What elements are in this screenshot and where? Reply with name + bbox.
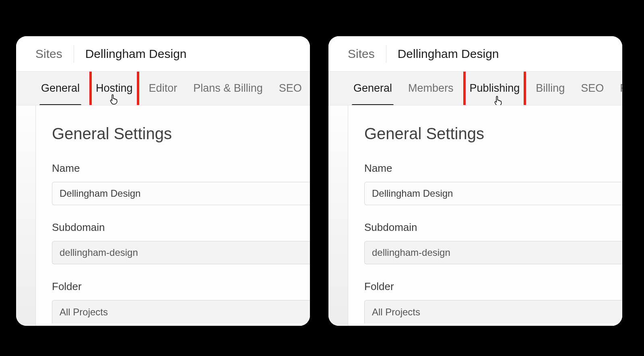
- settings-tabbar: General Members Publishing Billing SEO F…: [328, 72, 622, 105]
- tab-label: Editor: [149, 82, 178, 95]
- field-name: Name: [364, 162, 622, 205]
- tab-label: Fonts: [620, 82, 622, 95]
- breadcrumb-separator: [386, 45, 386, 63]
- settings-content: General Settings Name Subdomain Folder: [328, 105, 622, 326]
- field-label: Subdomain: [52, 221, 310, 234]
- tab-label: SEO: [581, 82, 604, 95]
- general-settings-card: General Settings Name Subdomain Folder: [348, 105, 622, 326]
- field-folder: Folder: [52, 280, 310, 323]
- tab-label: SEO: [279, 82, 302, 95]
- settings-tabbar: General Hosting Editor Plans & Billing S…: [16, 72, 310, 105]
- field-label: Name: [364, 162, 622, 175]
- tab-label: Billing: [536, 82, 565, 95]
- field-folder: Folder: [364, 280, 622, 323]
- tab-seo[interactable]: SEO: [278, 72, 303, 105]
- settings-panel-variant-a: Sites Dellingham Design General Hosting …: [16, 36, 310, 326]
- folder-input[interactable]: [52, 300, 310, 323]
- general-settings-card: General Settings Name Subdomain Folder: [35, 105, 310, 326]
- tab-label: Plans & Billing: [193, 82, 263, 95]
- breadcrumb-current: Dellingham Design: [398, 47, 499, 61]
- tab-editor[interactable]: Editor: [148, 72, 178, 105]
- field-label: Subdomain: [364, 221, 622, 234]
- tab-label: General: [41, 82, 80, 95]
- name-input[interactable]: [52, 182, 310, 205]
- breadcrumb-root[interactable]: Sites: [35, 47, 74, 61]
- breadcrumb-separator: [74, 45, 74, 63]
- breadcrumb: Sites Dellingham Design: [16, 36, 310, 72]
- tab-plans-billing[interactable]: Plans & Billing: [192, 72, 264, 105]
- tab-fonts[interactable]: Fonts: [619, 72, 622, 105]
- field-subdomain: Subdomain: [52, 221, 310, 264]
- subdomain-input[interactable]: [52, 241, 310, 264]
- field-subdomain: Subdomain: [364, 221, 622, 264]
- page-title: General Settings: [364, 125, 622, 143]
- field-label: Folder: [364, 280, 622, 293]
- tab-publishing[interactable]: Publishing: [469, 72, 521, 105]
- tab-seo[interactable]: SEO: [580, 72, 605, 105]
- tab-general[interactable]: General: [40, 72, 80, 105]
- page-title: General Settings: [52, 125, 310, 143]
- breadcrumb: Sites Dellingham Design: [328, 36, 622, 72]
- tab-members[interactable]: Members: [407, 72, 454, 105]
- tab-hosting[interactable]: Hosting: [95, 72, 134, 105]
- field-name: Name: [52, 162, 310, 205]
- settings-panel-variant-b: Sites Dellingham Design General Members …: [328, 36, 622, 326]
- folder-input[interactable]: [364, 300, 622, 323]
- tab-billing[interactable]: Billing: [535, 72, 566, 105]
- settings-content: General Settings Name Subdomain Folder: [16, 105, 310, 326]
- tab-label: Publishing: [470, 82, 520, 95]
- tab-general[interactable]: General: [353, 72, 393, 105]
- pointer-cursor-icon: [109, 93, 120, 105]
- pointer-cursor-icon: [493, 95, 504, 106]
- name-input[interactable]: [364, 182, 622, 205]
- breadcrumb-root[interactable]: Sites: [348, 47, 386, 61]
- field-label: Name: [52, 162, 310, 175]
- tab-label: Members: [408, 82, 454, 95]
- field-label: Folder: [52, 280, 310, 293]
- breadcrumb-current: Dellingham Design: [85, 47, 187, 61]
- tab-label: General: [353, 82, 392, 95]
- tab-label: Hosting: [96, 82, 133, 95]
- subdomain-input[interactable]: [364, 241, 622, 264]
